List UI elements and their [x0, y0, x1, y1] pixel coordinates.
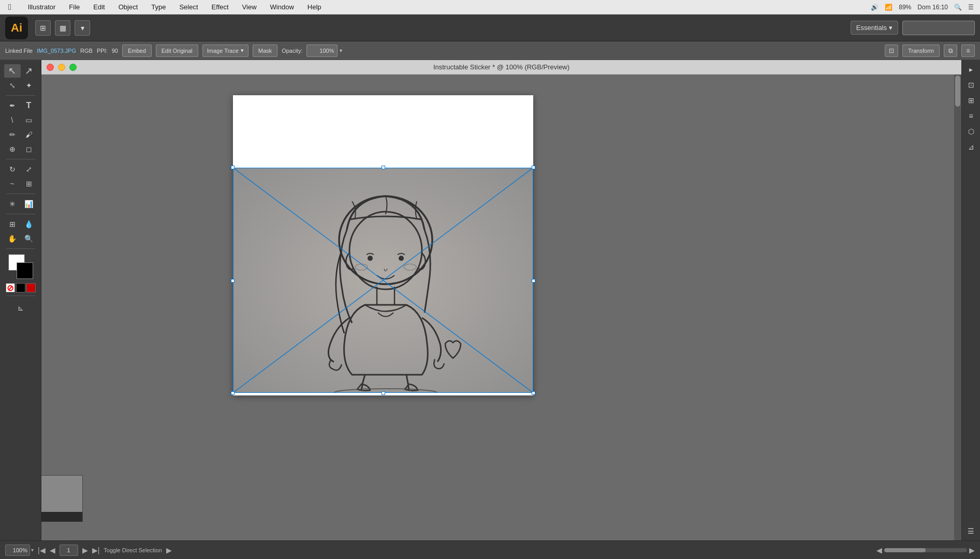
menu-bar:  Illustrator File Edit Object Type Sele… — [0, 0, 980, 14]
last-page-button[interactable]: ▶| — [92, 546, 100, 554]
handle-bottom-middle[interactable] — [382, 391, 385, 395]
more-options-button[interactable]: ≡ — [961, 45, 975, 57]
transform-extra-button[interactable]: ⧉ — [944, 45, 957, 57]
right-panel-btn-4[interactable]: ≡ — [963, 109, 979, 123]
direct-select-tool-button[interactable]: ↗ — [21, 64, 37, 78]
zoom-tool-button[interactable]: 🔍 — [21, 232, 37, 245]
window-minimize-button[interactable] — [58, 64, 65, 71]
right-panel-btn-3[interactable]: ⊞ — [963, 93, 979, 108]
image-trace-button[interactable]: Image Trace ▾ — [202, 45, 248, 57]
edit-original-button[interactable]: Edit Original — [156, 45, 198, 57]
play-button[interactable]: ▶ — [166, 546, 172, 554]
black-white-swatch[interactable] — [16, 283, 25, 292]
zoom-control: ▾ — [5, 545, 34, 556]
right-panel-btn-7[interactable]: ☰ — [963, 524, 979, 538]
search-input[interactable] — [902, 21, 975, 35]
right-panel-icon-3: ⊞ — [968, 96, 974, 105]
next-page-button[interactable]: ▶ — [82, 546, 88, 554]
right-panel-btn-5[interactable]: ⬡ — [963, 124, 979, 139]
artboard-icon: ⊞ — [9, 220, 16, 228]
handle-top-middle[interactable] — [382, 166, 385, 169]
search-icon[interactable]: 🔍 — [954, 4, 962, 11]
warp-icon: ~ — [10, 180, 14, 188]
handle-bottom-right[interactable] — [532, 391, 535, 395]
no-fill-swatch[interactable]: ⊘ — [6, 283, 15, 292]
control-center-icon[interactable]: ☰ — [968, 4, 974, 11]
apple-menu[interactable]:  — [6, 2, 13, 13]
canvas-scrollbar-vertical[interactable] — [954, 75, 961, 540]
essentials-button[interactable]: Essentials ▾ — [851, 21, 898, 35]
current-page[interactable]: 1 — [60, 545, 78, 556]
handle-middle-right[interactable] — [532, 279, 535, 283]
handle-top-right[interactable] — [532, 166, 535, 169]
menu-illustrator[interactable]: Illustrator — [26, 2, 57, 12]
canvas-content[interactable] — [41, 75, 961, 540]
symbol-spray-button[interactable]: ✳ — [4, 197, 21, 211]
zoom-dropdown-icon[interactable]: ▾ — [31, 547, 34, 553]
scrollbar-thumb-vertical[interactable] — [955, 76, 960, 107]
right-panel-btn-1[interactable]: ▸ — [963, 62, 979, 77]
chart-tool-button[interactable]: 📊 — [21, 197, 37, 211]
artboard-tool-button[interactable]: ⊞ — [4, 217, 21, 231]
app-toolbar: Ai ⊞ ▦ ▾ Essentials ▾ — [0, 14, 980, 41]
magic-wand-tool-button[interactable]: ✦ — [21, 79, 37, 92]
eraser-tool-button[interactable]: ◻ — [21, 142, 37, 156]
free-transform-button[interactable]: ⊞ — [21, 177, 37, 190]
handle-top-left[interactable] — [231, 166, 235, 169]
menu-view[interactable]: View — [240, 2, 259, 12]
menu-effect[interactable]: Effect — [210, 2, 231, 12]
mask-button[interactable]: Mask — [253, 45, 277, 57]
scale-tool-button[interactable]: ⤢ — [21, 163, 37, 176]
lasso-tool-button[interactable]: ⤡ — [4, 79, 21, 92]
red-swatch[interactable] — [26, 283, 36, 292]
rotate-icon: ↻ — [9, 165, 16, 173]
pencil-tool-button[interactable]: ✏ — [4, 128, 21, 141]
scroll-left-button[interactable]: ◀ — [876, 546, 882, 554]
eyedropper-tool-button[interactable]: 💧 — [21, 217, 37, 231]
hand-tool-button[interactable]: ✋ — [4, 232, 21, 245]
prev-page-button[interactable]: ◀ — [50, 546, 55, 554]
right-panel-icon-1: ▸ — [969, 65, 973, 73]
opacity-input[interactable] — [306, 45, 338, 57]
workspace-dropdown-button[interactable]: ▾ — [75, 20, 90, 36]
window-maximize-button[interactable] — [69, 64, 77, 71]
handle-middle-left[interactable] — [231, 279, 235, 283]
placed-image — [233, 168, 533, 393]
new-window-button[interactable]: ⊞ — [35, 20, 51, 36]
zoom-input[interactable] — [5, 545, 30, 556]
opacity-chevron-icon[interactable]: ▾ — [340, 48, 342, 53]
rotate-tool-button[interactable]: ↻ — [4, 163, 21, 176]
window-close-button[interactable] — [47, 64, 54, 71]
handle-bottom-left[interactable] — [231, 391, 235, 395]
canvas-area[interactable]: Instructable Sticker * @ 100% (RGB/Previ… — [41, 60, 961, 540]
placed-image-container[interactable] — [233, 168, 533, 393]
pen-tools-row: ✒ T — [4, 99, 37, 112]
pen-tool-button[interactable]: ✒ — [4, 99, 21, 112]
stroke-swatch[interactable] — [17, 262, 33, 279]
right-panel-icon-4: ≡ — [969, 112, 973, 120]
lasso-select-button[interactable]: ⊾ — [4, 301, 37, 315]
align-button[interactable]: ⊡ — [885, 45, 898, 57]
workspace-layout-button[interactable]: ▦ — [55, 20, 70, 36]
filename-value[interactable]: IMG_0573.JPG — [37, 48, 76, 54]
right-panel-btn-6[interactable]: ⊿ — [963, 140, 979, 154]
embed-button[interactable]: Embed — [122, 45, 152, 57]
brush-tool-button[interactable]: 🖌 — [21, 128, 37, 141]
menu-edit[interactable]: Edit — [91, 2, 107, 12]
warp-tool-button[interactable]: ~ — [4, 177, 21, 190]
menu-select[interactable]: Select — [177, 2, 200, 12]
scroll-right-button[interactable]: ▶ — [969, 546, 975, 554]
blob-brush-button[interactable]: ⊕ — [4, 142, 21, 156]
transform-button[interactable]: Transform — [902, 45, 940, 57]
right-panel-btn-2[interactable]: ⊡ — [963, 78, 979, 92]
menu-file[interactable]: File — [67, 2, 82, 12]
type-tool-button[interactable]: T — [21, 99, 37, 112]
menu-window[interactable]: Window — [268, 2, 296, 12]
menu-object[interactable]: Object — [116, 2, 140, 12]
rect-tool-button[interactable]: ▭ — [21, 113, 37, 127]
menu-type[interactable]: Type — [149, 2, 168, 12]
menu-help[interactable]: Help — [305, 2, 324, 12]
first-page-button[interactable]: |◀ — [38, 546, 46, 554]
selection-tool-button[interactable]: ↖ — [4, 64, 21, 78]
line-tool-button[interactable]: \ — [4, 113, 21, 127]
